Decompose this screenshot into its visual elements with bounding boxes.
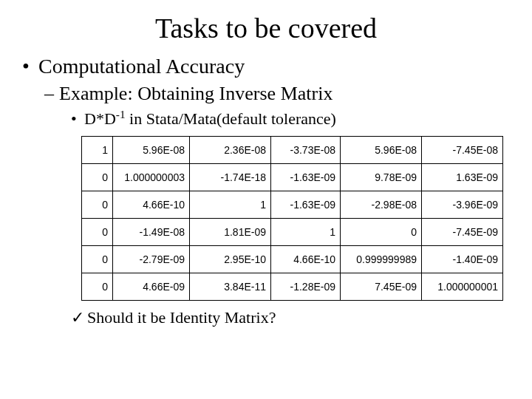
table-row: 01.000000003-1.74E-18-1.63E-099.78E-091.… [82, 164, 503, 191]
table-cell: -1.40E-09 [422, 246, 503, 273]
table-cell: -7.45E-08 [422, 137, 503, 164]
table-cell: 2.36E-08 [190, 137, 271, 164]
table-cell: 5.96E-08 [341, 137, 422, 164]
table-cell: 0 [341, 219, 422, 246]
table-cell: 1 [190, 191, 271, 219]
table-cell: 1 [82, 137, 113, 164]
bullet3-post: in Stata/Mata(default tolerance) [126, 109, 336, 128]
table-row: 0-1.49E-081.81E-0910-7.45E-09 [82, 219, 503, 246]
table-cell: 4.66E-09 [113, 273, 190, 301]
bullet1-text: Computational Accuracy [38, 55, 245, 78]
table-cell: 4.66E-10 [113, 191, 190, 219]
table-cell: 0 [82, 219, 113, 246]
table-cell: 1.000000003 [113, 164, 190, 191]
bullet-marker-small: • [71, 109, 84, 129]
bullet3-sup: -1 [116, 108, 126, 120]
table-cell: 3.84E-11 [190, 273, 271, 301]
table-cell: 9.78E-09 [341, 164, 422, 191]
table-cell: 4.66E-10 [271, 246, 341, 273]
table-row: 04.66E-101-1.63E-09-2.98E-08-3.96E-09 [82, 191, 503, 219]
table-row: 0-2.79E-092.95E-104.66E-100.999999989-1.… [82, 246, 503, 273]
checkline-text: Should it be Identity Matrix? [87, 308, 276, 327]
table-cell: -1.63E-09 [271, 191, 341, 219]
table-cell: -3.73E-08 [271, 137, 341, 164]
bullet-level2: –Example: Obtaining Inverse Matrix [44, 83, 532, 105]
table-cell: -7.45E-09 [422, 219, 503, 246]
table-cell: 0 [82, 246, 113, 273]
table-cell: -2.98E-08 [341, 191, 422, 219]
table-cell: -1.49E-08 [113, 219, 190, 246]
table-cell: -2.79E-09 [113, 246, 190, 273]
bullet3-pre: D*D [84, 109, 116, 128]
table-cell: 2.95E-10 [190, 246, 271, 273]
table-cell: 7.45E-09 [341, 273, 422, 301]
bullet-level3: •D*D-1 in Stata/Mata(default tolerance) [71, 109, 532, 129]
table-cell: -1.63E-09 [271, 164, 341, 191]
table-cell: 0.999999989 [341, 246, 422, 273]
check-line: ✓Should it be Identity Matrix? [71, 308, 532, 327]
table-row: 15.96E-082.36E-08-3.73E-085.96E-08-7.45E… [82, 137, 503, 164]
matrix-table: 15.96E-082.36E-08-3.73E-085.96E-08-7.45E… [81, 136, 503, 301]
table-cell: -3.96E-09 [422, 191, 503, 219]
slide-title: Tasks to be covered [0, 12, 532, 44]
table-cell: -1.28E-09 [271, 273, 341, 301]
table-cell: 0 [82, 191, 113, 219]
bullet-marker: • [22, 55, 38, 78]
table-cell: 0 [82, 164, 113, 191]
bullet2-text: Example: Obtaining Inverse Matrix [59, 83, 332, 104]
check-icon: ✓ [71, 308, 87, 327]
table-cell: 1.63E-09 [422, 164, 503, 191]
table-row: 04.66E-093.84E-11-1.28E-097.45E-091.0000… [82, 273, 503, 301]
bullet-level1: •Computational Accuracy [22, 55, 532, 78]
dash-marker: – [44, 83, 59, 105]
table-cell: 1 [271, 219, 341, 246]
table-cell: 1.000000001 [422, 273, 503, 301]
table-cell: 5.96E-08 [113, 137, 190, 164]
table-cell: -1.74E-18 [190, 164, 271, 191]
table-cell: 0 [82, 273, 113, 301]
table-cell: 1.81E-09 [190, 219, 271, 246]
